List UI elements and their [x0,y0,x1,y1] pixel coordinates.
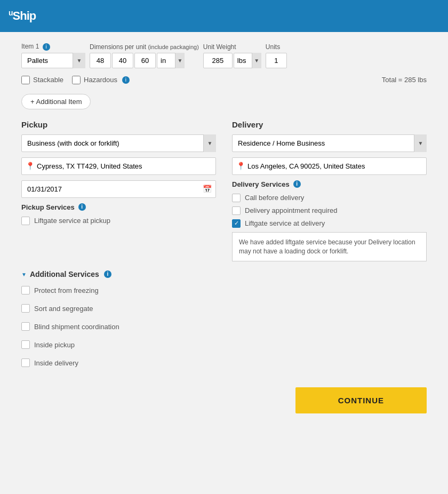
inside-pickup-checkbox[interactable] [21,340,30,349]
stackable-row: Stackable Hazardous i Total = 285 lbs [21,76,427,84]
weight-label: Unit Weight [203,43,236,51]
delivery-services-title: Delivery Services i [232,180,427,188]
item-label: Item 1 [21,43,39,50]
item-info-icon[interactable]: i [43,43,50,51]
blind-shipment-row[interactable]: Blind shipment coordination [21,322,427,331]
delivery-type-wrap: Residence / Home Business Business (with… [232,134,427,152]
dim-label: Dimensions per unit [90,43,146,51]
item-section: Item 1 i Pallets ▼ Dimensions per unit (… [21,43,427,68]
dim2-input[interactable] [112,53,133,68]
delivery-location-icon: 📍 [236,162,245,170]
inside-delivery-checkbox[interactable] [21,358,30,367]
appointment-label: Delivery appointment required [245,206,337,214]
stackable-checkbox-label[interactable]: Stackable [21,76,63,84]
main-container: Item 1 i Pallets ▼ Dimensions per unit (… [0,32,448,494]
logo: uShip [9,9,36,23]
dimensions-col: Dimensions per unit (include packaging) … [90,43,199,68]
appointment-checkbox[interactable] [232,206,241,215]
delivery-type-select[interactable]: Residence / Home Business Business (with… [232,134,427,152]
sort-segregate-label: Sort and segregate [34,305,93,313]
liftgate-info-box: We have added liftgate service because y… [232,232,427,262]
weight-col: Unit Weight lbs kg ▼ [203,43,261,68]
liftgate-pickup-text: Liftgate service at pickup [34,217,110,225]
pickup-title: Pickup [21,120,216,129]
header: uShip [0,0,448,32]
hazardous-checkbox[interactable] [72,76,81,84]
additional-services-collapse-icon[interactable]: ▼ [21,272,27,277]
inside-delivery-row[interactable]: Inside delivery [21,358,427,367]
call-before-row: Call before delivery [232,194,427,202]
continue-btn-wrap: CONTINUE [21,387,427,413]
additional-services-title: ▼ Additional Services i [21,270,427,278]
dim1-input[interactable] [90,53,111,68]
units-label: Units [266,43,280,51]
pickup-location-wrap: 📍 [21,157,216,175]
additional-services-section: ▼ Additional Services i Protect from fre… [21,270,427,371]
dim-unit-select[interactable]: in cm [157,53,185,68]
stackable-checkbox[interactable] [21,76,30,84]
dim3-input[interactable] [134,53,156,68]
pickup-section: Pickup Business (with dock or forklift) … [21,120,216,262]
add-item-button[interactable]: + Additional Item [21,94,91,109]
sort-segregate-row[interactable]: Sort and segregate [21,304,427,313]
pickup-type-select[interactable]: Business (with dock or forklift) Residen… [21,134,216,152]
weight-input[interactable] [203,53,233,68]
pickup-location-icon: 📍 [26,162,35,170]
call-before-label: Call before delivery [245,194,304,202]
additional-services-list: Protect from freezing Sort and segregate… [21,286,427,371]
pickup-delivery-grid: Pickup Business (with dock or forklift) … [21,120,427,262]
delivery-section: Delivery Residence / Home Business Busin… [232,120,427,262]
units-col: Units [266,43,287,68]
dim-note: (include packaging) [148,44,198,50]
delivery-location-wrap: 📍 [232,157,427,175]
liftgate-delivery-checkbox[interactable] [232,219,241,228]
protect-freeze-label: Protect from freezing [34,286,99,294]
pickup-services-title: Pickup Services i [21,203,216,211]
additional-services-info-icon[interactable]: i [104,270,111,278]
item-type-select[interactable]: Pallets [21,53,85,68]
inside-pickup-row[interactable]: Inside pickup [21,340,427,349]
pickup-type-wrap: Business (with dock or forklift) Residen… [21,134,216,152]
pickup-date-input[interactable] [21,180,216,198]
pickup-date-wrap: 📅 [21,180,216,198]
weight-unit-select[interactable]: lbs kg [234,53,261,68]
liftgate-delivery-label: Liftgate service at delivery [245,219,325,227]
liftgate-pickup-checkbox[interactable] [21,217,30,225]
hazardous-checkbox-label[interactable]: Hazardous i [72,76,130,84]
protect-freeze-checkbox[interactable] [21,286,30,294]
item-type-col: Item 1 i Pallets ▼ [21,43,85,68]
appointment-row: Delivery appointment required [232,206,427,215]
blind-shipment-checkbox[interactable] [21,322,30,331]
inside-pickup-label: Inside pickup [34,341,75,349]
liftgate-delivery-row: Liftgate service at delivery [232,219,427,228]
continue-button[interactable]: CONTINUE [295,387,427,413]
pickup-services-info-icon[interactable]: i [78,203,86,211]
call-before-checkbox[interactable] [232,194,241,202]
delivery-services-info-icon[interactable]: i [293,180,301,188]
hazardous-label: Hazardous [84,76,117,84]
delivery-location-input[interactable] [232,157,427,175]
pickup-location-input[interactable] [21,157,216,175]
hazardous-info-icon[interactable]: i [122,76,130,84]
inside-delivery-label: Inside delivery [34,359,78,367]
units-input[interactable] [266,53,287,68]
liftgate-pickup-label[interactable]: Liftgate service at pickup [21,217,216,225]
protect-freeze-row[interactable]: Protect from freezing [21,286,427,294]
total-display: Total = 285 lbs [382,76,427,84]
stackable-label: Stackable [33,76,63,84]
sort-segregate-checkbox[interactable] [21,304,30,313]
delivery-title: Delivery [232,120,427,129]
blind-shipment-label: Blind shipment coordination [34,323,119,331]
